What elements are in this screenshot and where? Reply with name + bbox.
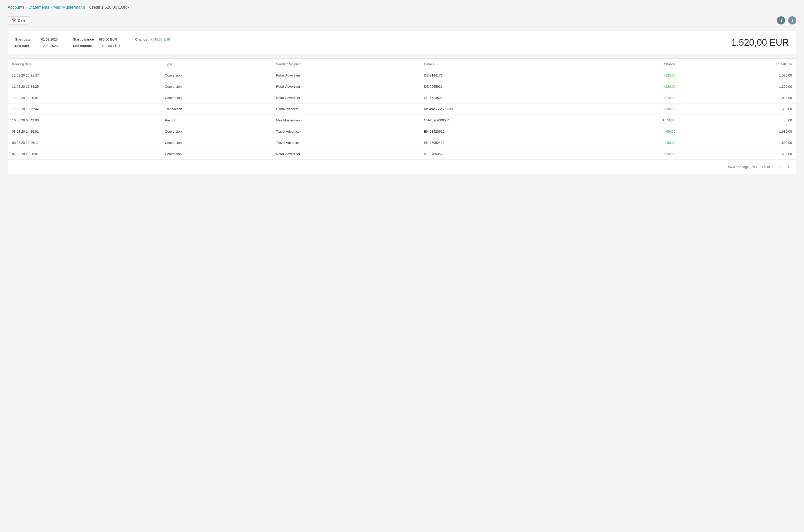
next-page-button[interactable]: ›	[785, 163, 792, 170]
end-balance-label: End balance	[73, 44, 96, 48]
chevron-icon-3: ›	[87, 6, 88, 10]
breadcrumb: Accounts › Statements › Max Mustermann ›…	[8, 5, 796, 10]
cell-details: EN-35952423	[420, 137, 582, 148]
info-button[interactable]: ℹ	[788, 16, 796, 24]
cell-details: EN-53420622	[420, 126, 582, 137]
change-section: Change +540,00 EUR	[135, 37, 170, 41]
cell-booking-date: 07.03.20 23:00:01	[8, 148, 161, 160]
cell-end-balance: 1.300,00	[679, 81, 796, 92]
cell-sender-recipient: Max Mustermann	[272, 115, 420, 126]
cell-change: +50,00	[582, 137, 680, 148]
cell-booking-date: 11.03.20 16:21:37	[8, 70, 161, 81]
cell-type: Conversion	[161, 70, 272, 81]
summary-fields: Start date 01.03.2020 End date 12.03.202…	[15, 37, 170, 48]
toolbar-right: ⬇ ℹ	[777, 16, 796, 24]
big-balance: 1.520,00 EUR	[731, 37, 789, 48]
cell-type: Conversion	[161, 126, 272, 137]
breadcrumb-current[interactable]: Credit 1.520,00 EUR ▾	[89, 5, 129, 10]
change-label: Change	[135, 37, 148, 41]
toolbar-left: 📅 Date	[8, 16, 29, 24]
breadcrumb-user[interactable]: Max Mustermann	[53, 5, 85, 10]
pagination-rows-per-page: Rows per page: 25 ▾	[726, 165, 757, 169]
cell-sender-recipient: Demo Platform	[272, 103, 420, 115]
rows-per-page-value: 25	[751, 165, 755, 169]
cell-end-balance: 1.530,00	[679, 148, 796, 160]
col-type: Type	[161, 59, 272, 70]
cell-type: Payout	[161, 115, 272, 126]
end-balance-value: 1.520,00 EUR	[99, 44, 120, 48]
cell-type: Conversion	[161, 81, 272, 92]
table-header: Booking date Type Sender/Recipient Detai…	[8, 59, 796, 70]
cell-end-balance: 1.630,00	[679, 126, 796, 137]
start-balance-row: Start balance 980,00 EUR	[73, 37, 120, 41]
calendar-icon: 📅	[12, 18, 16, 22]
cell-sender-recipient: Travel Advertiser	[272, 137, 420, 148]
cell-booking-date: 08.03.20 14:26:01	[8, 126, 161, 137]
download-button[interactable]: ⬇	[777, 16, 785, 24]
cell-details: DE-3144171	[420, 70, 582, 81]
cell-end-balance: 1.580,00	[679, 137, 796, 148]
table-card: Booking date Type Sender/Recipient Detai…	[8, 58, 796, 174]
table-row: 11.03.20 15:34:25 Conversion Retail Adve…	[8, 81, 796, 92]
col-sender-recipient: Sender/Recipient	[272, 59, 420, 70]
breadcrumb-statements[interactable]: Statements	[29, 5, 49, 10]
prev-page-button[interactable]: ‹	[777, 163, 784, 170]
start-date-value: 01.03.2020	[41, 37, 58, 41]
chevron-icon-1: ›	[26, 6, 27, 10]
cell-booking-date: 11.03.20 15:34:25	[8, 81, 161, 92]
table-body: 11.03.20 16:21:37 Conversion Retail Adve…	[8, 70, 796, 160]
cell-booking-date: 11.03.20 12:20:01	[8, 92, 161, 103]
cell-change: +220,00	[582, 70, 680, 81]
pagination-nav: ‹ ›	[777, 163, 792, 170]
cell-details: Kickback / 2505233	[420, 103, 582, 115]
cell-sender-recipient: Retail Advertiser	[272, 81, 420, 92]
cell-change: +220,00	[582, 81, 680, 92]
cell-type: Conversion	[161, 148, 272, 160]
table-row: 08.03.20 12:06:11 Conversion Travel Adve…	[8, 137, 796, 148]
end-balance-row: End balance 1.520,00 EUR	[73, 44, 120, 48]
cell-change: +500,00	[582, 103, 680, 115]
cell-change: +50,00	[582, 126, 680, 137]
start-balance-value: 980,00 EUR	[99, 37, 117, 41]
cell-details: CN-2020-0000345	[420, 115, 582, 126]
table-row: 11.03.20 12:20:01 Conversion Retail Adve…	[8, 92, 796, 103]
cell-change: +220,00	[582, 92, 680, 103]
balance-fields: Start balance 980,00 EUR End balance 1.5…	[73, 37, 120, 48]
cell-sender-recipient: Retail Advertiser	[272, 70, 420, 81]
change-value: +540,00 EUR	[150, 37, 170, 41]
rows-dropdown-arrow: ▾	[756, 166, 757, 168]
rows-per-page-label: Rows per page:	[726, 165, 750, 169]
date-fields: Start date 01.03.2020 End date 12.03.202…	[15, 37, 58, 48]
breadcrumb-accounts[interactable]: Accounts	[8, 5, 24, 10]
pagination: Rows per page: 25 ▾ 1-5 of 5 ‹ ›	[8, 159, 796, 174]
toolbar: 📅 Date ⬇ ℹ	[8, 14, 796, 27]
cell-end-balance: 80,00	[679, 115, 796, 126]
table-row: 07.03.20 23:00:01 Conversion Retail Adve…	[8, 148, 796, 160]
date-button[interactable]: 📅 Date	[8, 16, 29, 24]
cell-details: DE-2055931	[420, 81, 582, 92]
cell-sender-recipient: Travel Advertiser	[272, 126, 420, 137]
cell-end-balance: 580,00	[679, 103, 796, 115]
table-row: 11.03.20 10:22:44 Transaction Demo Platf…	[8, 103, 796, 115]
transactions-table: Booking date Type Sender/Recipient Detai…	[8, 59, 796, 159]
table-row: 08.03.20 14:26:01 Conversion Travel Adve…	[8, 126, 796, 137]
rows-per-page-select[interactable]: 25 ▾	[751, 165, 757, 169]
cell-end-balance: 1.080,00	[679, 92, 796, 103]
col-booking-date: Booking date	[8, 59, 161, 70]
cell-change: +250,00	[582, 148, 680, 160]
start-balance-label: Start balance	[73, 37, 96, 41]
chevron-icon-2: ›	[51, 6, 52, 10]
info-icon: ℹ	[791, 18, 793, 23]
start-date-row: Start date 01.03.2020	[15, 37, 58, 41]
cell-type: Conversion	[161, 137, 272, 148]
end-date-value: 12.03.2020	[41, 44, 58, 48]
cell-booking-date: 10.03.20 08:42:00	[8, 115, 161, 126]
cell-sender-recipient: Retail Advertiser	[272, 92, 420, 103]
cell-type: Conversion	[161, 92, 272, 103]
pagination-info: 1-5 of 5	[761, 165, 773, 169]
cell-details: DE-34853532	[420, 148, 582, 160]
end-date-label: End date	[15, 44, 38, 48]
cell-type: Transaction	[161, 103, 272, 115]
table-row: 11.03.20 16:21:37 Conversion Retail Adve…	[8, 70, 796, 81]
start-date-label: Start date	[15, 37, 38, 41]
